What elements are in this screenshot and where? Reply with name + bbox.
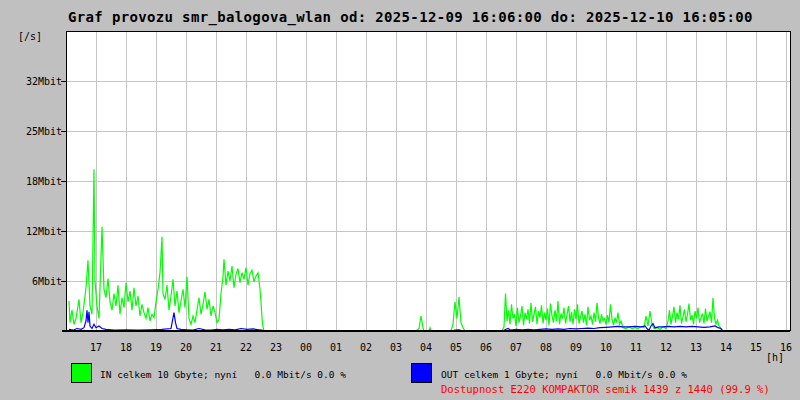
legend-out-swatch	[411, 363, 432, 383]
x-tick-label: 12	[660, 342, 672, 353]
x-tick-label: 15	[750, 342, 762, 353]
x-tick-label: 22	[240, 342, 252, 353]
x-tick-label: 23	[270, 342, 282, 353]
traffic-graph-page: Graf provozu smr_balogova_wlan od: 2025-…	[0, 0, 800, 400]
legend-out-label: OUT celkem 1 Gbyte; nyní 0.0 Mbit/s 0.0 …	[441, 369, 687, 380]
x-tick-label: 13	[690, 342, 702, 353]
x-tick-label: 20	[180, 342, 192, 353]
x-tick-label: 21	[210, 342, 222, 353]
y-tick-label: 32Mbit	[26, 76, 62, 87]
x-tick-label: 07	[510, 342, 522, 353]
y-tick-label: 25Mbit	[26, 126, 62, 137]
legend-in-swatch	[71, 363, 92, 383]
x-tick-label: 02	[360, 342, 372, 353]
x-tick-label: 01	[330, 342, 342, 353]
x-tick-label: 19	[150, 342, 162, 353]
x-tick-label: 11	[630, 342, 642, 353]
y-tick-label: 6Mbit	[32, 276, 62, 287]
availability-status-text: Dostupnost E220 KOMPAKTOR semik 1439 z 1…	[441, 383, 770, 395]
x-tick-label: 06	[480, 342, 492, 353]
x-tick-label: 03	[390, 342, 402, 353]
legend-in-label: IN celkem 10 Gbyte; nyní 0.0 Mbit/s 0.0 …	[100, 369, 346, 380]
x-tick-label: 05	[450, 342, 462, 353]
y-tick-label: 18Mbit	[26, 176, 62, 187]
x-tick-label: 10	[600, 342, 612, 353]
x-tick-label: 17	[90, 342, 102, 353]
x-tick-label: 18	[120, 342, 132, 353]
x-tick-label: 14	[720, 342, 732, 353]
x-tick-label: 04	[420, 342, 432, 353]
traffic-chart: 1718192021222300010203040506070809101112…	[0, 0, 800, 400]
y-tick-label: 12Mbit	[26, 226, 62, 237]
x-tick-label: 00	[300, 342, 312, 353]
x-axis-unit-label: [h]	[766, 352, 784, 363]
x-tick-label: 08	[540, 342, 552, 353]
x-tick-label: 09	[570, 342, 582, 353]
